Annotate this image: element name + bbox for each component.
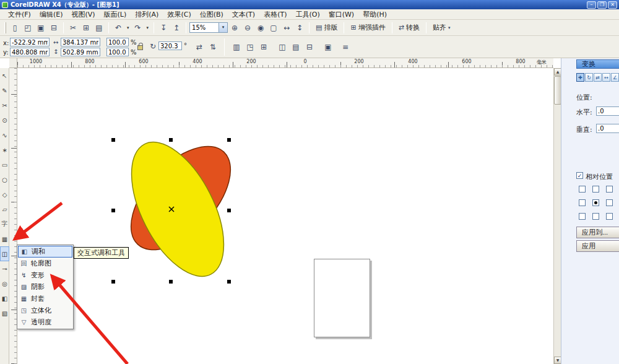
snap-button[interactable]: 贴齐 ▾ xyxy=(430,22,454,34)
anchor-middle-left[interactable] xyxy=(579,199,586,206)
weld-icon[interactable]: ⊟ xyxy=(303,41,316,53)
table-tool[interactable]: ▦ xyxy=(0,232,9,246)
anchor-bottom-right[interactable] xyxy=(606,213,613,220)
flyout-item-contour[interactable]: 回 轮廓图 xyxy=(18,258,72,269)
zoom-page-icon[interactable]: ▢ xyxy=(267,22,280,34)
scale-x-input[interactable] xyxy=(106,38,129,46)
anchor-bottom-left[interactable] xyxy=(579,213,586,220)
selection-handle[interactable] xyxy=(169,138,173,142)
smart-drawing-tool[interactable]: ∗ xyxy=(0,142,9,157)
y-position-input[interactable] xyxy=(10,48,50,56)
menu-arrange[interactable]: 排列(A) xyxy=(131,9,163,20)
menu-view[interactable]: 视图(V) xyxy=(67,9,99,20)
redo-caret-icon[interactable]: ▾ xyxy=(145,22,151,34)
pick-tool[interactable]: ↖ xyxy=(0,68,9,83)
zoom-height-icon[interactable]: ↕ xyxy=(293,22,306,34)
menu-help[interactable]: 帮助(H) xyxy=(358,9,391,20)
relative-position-checkbox[interactable]: ✓ xyxy=(576,172,583,179)
apply-to-duplicate-button[interactable]: 应用到... xyxy=(576,227,619,238)
x-position-input[interactable] xyxy=(10,38,50,46)
mirror-vertical-icon[interactable]: ⇅ xyxy=(207,41,219,53)
transform-rotate-button[interactable]: ↻ xyxy=(585,73,593,82)
anchor-middle-right[interactable] xyxy=(606,199,613,206)
horizontal-ruler[interactable]: 1000 800 600 400 200 0 200 400 600 800 毫… xyxy=(17,58,553,68)
menu-table[interactable]: 表格(T) xyxy=(259,9,291,20)
selection-handle[interactable] xyxy=(169,280,173,284)
transform-size-button[interactable]: ↔ xyxy=(602,73,610,82)
ruler-origin-corner[interactable] xyxy=(9,58,17,68)
transform-scale-mirror-button[interactable]: ⇄ xyxy=(594,73,602,82)
horizontal-input[interactable] xyxy=(596,106,619,116)
lock-ratio-icon[interactable] xyxy=(137,45,143,50)
menu-edit[interactable]: 编辑(E) xyxy=(35,9,67,20)
zoom-selected-icon[interactable]: ◉ xyxy=(254,22,267,34)
trim-icon[interactable]: ▣ xyxy=(322,41,334,53)
flyout-item-envelope[interactable]: ▦ 封套 xyxy=(18,293,72,305)
redo-icon[interactable]: ↷ xyxy=(132,22,144,34)
vertical-input[interactable] xyxy=(596,124,619,133)
transform-position-button[interactable]: ✚ xyxy=(576,73,584,82)
basic-shapes-tool[interactable]: ▱ xyxy=(0,202,9,217)
wireframe-icon[interactable]: ▥ xyxy=(230,41,243,53)
combine-icon[interactable]: ⊞ xyxy=(258,41,270,53)
menu-file[interactable]: 文件(F) xyxy=(4,9,35,20)
outline-tool[interactable]: ◎ xyxy=(0,276,9,291)
rectangle-tool[interactable]: ▭ xyxy=(0,157,9,172)
cut-icon[interactable]: ✂ xyxy=(67,22,79,34)
minimize-button[interactable]: – xyxy=(587,1,596,9)
menu-bitmaps[interactable]: 位图(B) xyxy=(196,9,228,20)
interactive-fill-tool[interactable]: ▧ xyxy=(0,306,9,321)
ungroup-icon[interactable]: ▤ xyxy=(290,41,302,53)
anchor-bottom-center[interactable] xyxy=(592,213,599,220)
save-icon[interactable]: ▣ xyxy=(35,22,47,34)
zoom-tool[interactable]: ⊙ xyxy=(0,113,9,128)
flyout-item-extrude[interactable]: ◳ 立体化 xyxy=(18,305,72,316)
options-icon[interactable]: ≡ xyxy=(339,41,352,53)
maximize-button[interactable]: ❐ xyxy=(597,1,607,9)
print-icon[interactable]: ⊟ xyxy=(48,22,60,34)
menu-layout[interactable]: 版面(L) xyxy=(100,9,131,20)
menu-window[interactable]: 窗口(W) xyxy=(324,9,358,20)
flyout-item-shadow[interactable]: ▨ 阴影 xyxy=(18,281,72,293)
close-button[interactable]: ✕ xyxy=(608,1,617,9)
convert-button[interactable]: ⇄ 转换 xyxy=(396,22,423,34)
menu-text[interactable]: 文本(T) xyxy=(228,9,259,20)
new-icon[interactable]: ▯ xyxy=(9,22,21,34)
selection-handle[interactable] xyxy=(111,280,115,284)
menu-tools[interactable]: 工具(O) xyxy=(291,9,324,20)
anchor-center[interactable] xyxy=(592,199,599,206)
freehand-tool[interactable]: ∿ xyxy=(0,128,9,142)
zoom-level-input[interactable] xyxy=(190,23,219,32)
flyout-item-blend[interactable]: ◧ 调和 xyxy=(18,246,72,258)
selection-handle[interactable] xyxy=(227,280,231,284)
object-height-input[interactable] xyxy=(61,48,100,56)
rotation-angle-input[interactable] xyxy=(158,41,182,50)
zoom-in-icon[interactable]: ⊕ xyxy=(228,22,241,34)
selection-handle[interactable] xyxy=(111,138,115,142)
zoom-combo-caret-icon[interactable]: ▾ xyxy=(219,23,227,32)
flyout-item-distort[interactable]: ↯ 变形 xyxy=(18,269,72,281)
selection-handle[interactable] xyxy=(227,209,231,212)
undo-caret-icon[interactable]: ▾ xyxy=(125,22,131,34)
group-icon[interactable]: ◫ xyxy=(276,41,288,53)
vertical-scrollbar[interactable]: ▲ ▼ xyxy=(553,68,561,364)
undo-icon[interactable]: ↶ xyxy=(112,22,124,34)
apply-button[interactable]: 应用 xyxy=(576,240,619,252)
crop-tool[interactable]: ✂ xyxy=(0,98,9,113)
zoom-out-icon[interactable]: ⊖ xyxy=(241,22,254,34)
anchor-top-left[interactable] xyxy=(579,186,586,193)
fill-tool[interactable]: ◧ xyxy=(0,291,9,306)
plugins-button[interactable]: ⊞ 增强插件 xyxy=(347,22,388,34)
zoom-width-icon[interactable]: ↔ xyxy=(280,22,293,34)
import-icon[interactable]: ↧ xyxy=(157,22,170,34)
export-icon[interactable]: ↥ xyxy=(170,22,183,34)
transform-skew-button[interactable]: ∠ xyxy=(611,73,619,82)
typeset-button[interactable]: ▤ 排版 xyxy=(313,22,340,34)
open-icon[interactable]: ◰ xyxy=(22,22,34,34)
eyedropper-tool[interactable]: ⊸ xyxy=(0,261,9,276)
copy-icon[interactable]: ⊞ xyxy=(80,22,92,34)
object-width-input[interactable] xyxy=(61,38,100,46)
drawing-canvas[interactable] xyxy=(17,68,553,364)
shape-tool[interactable]: ✎ xyxy=(0,83,9,98)
anchor-top-center[interactable] xyxy=(592,186,599,193)
